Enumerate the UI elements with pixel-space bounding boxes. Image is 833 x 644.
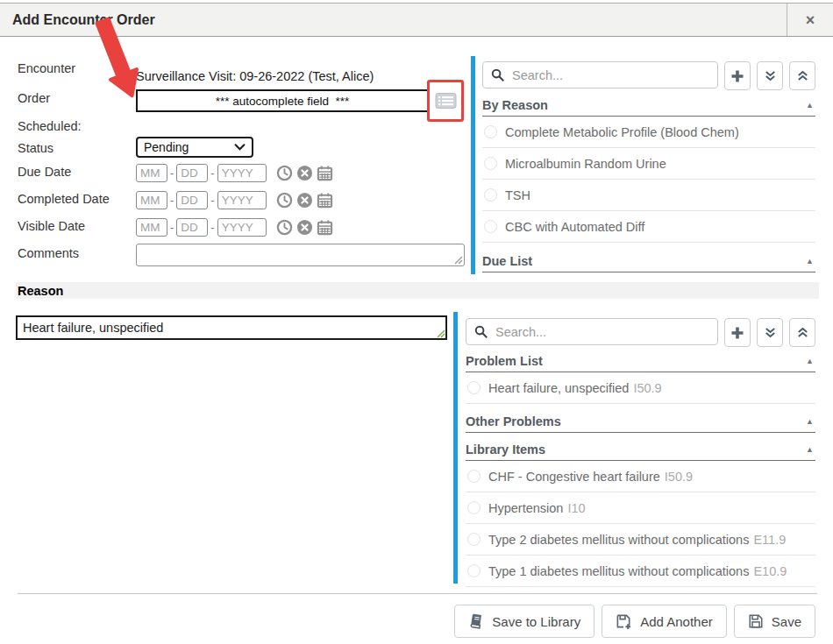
order-option[interactable]: TSH: [482, 180, 815, 211]
order-picker-button[interactable]: [427, 80, 464, 122]
radio-icon[interactable]: [484, 220, 497, 233]
order-option[interactable]: Microalbumin Random Urine: [482, 148, 815, 180]
save-to-library-button[interactable]: Save to Library: [454, 605, 594, 638]
clear-date-icon[interactable]: [296, 192, 313, 209]
clear-date-icon[interactable]: [296, 219, 313, 236]
due-date-row: - -: [136, 164, 333, 182]
orders-collapse-all-button[interactable]: [789, 61, 815, 90]
close-icon: ×: [806, 12, 815, 28]
add-encounter-order-dialog: Add Encounter Order × Encounter Order Sc…: [0, 0, 833, 644]
list-icon: [435, 92, 457, 110]
calendar-icon[interactable]: [317, 165, 333, 181]
section-header-library-items[interactable]: Library Items ▲: [466, 442, 815, 461]
orders-search-box: [482, 61, 718, 88]
save-icon: [748, 613, 764, 629]
radio-icon[interactable]: [467, 381, 481, 394]
due-date-label: Due Date: [18, 165, 71, 179]
date-separator: -: [170, 166, 174, 180]
order-option[interactable]: CBC with Automated Diff: [482, 211, 815, 243]
scheduled-label: Scheduled:: [18, 119, 82, 133]
calendar-icon[interactable]: [317, 219, 333, 236]
orders-expand-all-button[interactable]: [757, 61, 783, 90]
completed-date-label: Completed Date: [18, 192, 110, 206]
orders-search-input[interactable]: [510, 67, 709, 83]
problems-search-input[interactable]: [494, 324, 709, 340]
orders-panel-accent-bar: [471, 56, 475, 274]
section-header-by-reason[interactable]: By Reason ▲: [482, 98, 815, 117]
icd-code: I50.9: [665, 470, 693, 484]
section-header-due-list[interactable]: Due List ▲: [482, 254, 815, 272]
completed-date-month-input[interactable]: [136, 191, 167, 209]
section-header-other-problems[interactable]: Other Problems ▲: [466, 414, 815, 433]
radio-icon[interactable]: [467, 470, 481, 483]
problems-panel: Problem List ▲ Heart failure, unspecifie…: [466, 318, 815, 587]
search-icon: [474, 325, 488, 338]
book-icon: [467, 612, 485, 630]
clear-date-icon[interactable]: [296, 165, 313, 181]
visible-date-day-input[interactable]: [176, 218, 208, 237]
save-button[interactable]: Save: [734, 605, 815, 638]
clock-icon[interactable]: [276, 192, 293, 209]
radio-icon[interactable]: [484, 157, 497, 170]
library-item-option[interactable]: Hypertension I10: [466, 492, 815, 524]
radio-icon[interactable]: [467, 533, 481, 546]
date-separator: -: [210, 221, 214, 234]
section-title: Problem List: [466, 354, 543, 368]
library-item-option[interactable]: Type 2 diabetes mellitus without complic…: [466, 524, 815, 556]
problems-add-button[interactable]: [724, 318, 751, 347]
library-item-option[interactable]: CHF - Congestive heart failure I50.9: [466, 461, 815, 492]
status-selected-value: Pending: [144, 140, 189, 154]
collapse-caret-icon: ▲: [806, 417, 814, 426]
completed-date-year-input[interactable]: [217, 191, 267, 209]
library-item-label: CHF - Congestive heart failure: [488, 470, 660, 484]
completed-date-day-input[interactable]: [176, 191, 208, 209]
problems-search-box: [466, 318, 718, 345]
add-another-button[interactable]: Add Another: [602, 605, 727, 638]
due-date-year-input[interactable]: [217, 164, 267, 182]
visible-date-year-input[interactable]: [217, 218, 267, 237]
reason-input[interactable]: [16, 315, 447, 340]
radio-icon[interactable]: [467, 564, 481, 577]
problems-collapse-all-button[interactable]: [789, 318, 815, 347]
reason-section-title: Reason: [16, 284, 63, 298]
library-item-option[interactable]: Type 1 diabetes mellitus without complic…: [466, 556, 815, 587]
footer-actions: Save to Library Add Another Save: [454, 605, 815, 638]
close-button[interactable]: ×: [787, 4, 833, 36]
order-label: Order: [18, 91, 50, 105]
date-separator: -: [210, 166, 214, 180]
calendar-icon[interactable]: [317, 192, 333, 209]
section-header-problem-list[interactable]: Problem List ▲: [466, 354, 815, 372]
order-option-label: Complete Metabolic Profile (Blood Chem): [505, 125, 739, 139]
clock-icon[interactable]: [276, 165, 293, 181]
orders-add-button[interactable]: [724, 61, 751, 90]
visible-date-month-input[interactable]: [136, 218, 167, 237]
problems-panel-accent-bar: [453, 312, 458, 584]
section-title: Library Items: [466, 442, 545, 456]
order-autocomplete-input[interactable]: [136, 89, 429, 112]
visible-date-label: Visible Date: [18, 219, 85, 233]
comments-input[interactable]: [136, 244, 465, 266]
order-option-label: CBC with Automated Diff: [505, 220, 644, 234]
radio-icon[interactable]: [484, 188, 497, 202]
section-title: Due List: [482, 254, 532, 268]
status-select[interactable]: Pending: [136, 137, 253, 158]
order-option-label: Microalbumin Random Urine: [505, 157, 666, 171]
order-option[interactable]: Complete Metabolic Profile (Blood Chem): [482, 117, 815, 148]
problem-option[interactable]: Heart failure, unspecified I50.9: [466, 372, 815, 404]
comments-label: Comments: [18, 246, 79, 260]
icd-code: I50.9: [633, 381, 661, 395]
problems-expand-all-button[interactable]: [757, 318, 783, 347]
plus-icon: [730, 69, 744, 83]
due-date-day-input[interactable]: [176, 164, 208, 182]
radio-icon[interactable]: [467, 501, 481, 514]
footer-divider: [18, 593, 817, 594]
completed-date-row: - -: [136, 191, 333, 209]
clock-icon[interactable]: [276, 219, 293, 236]
date-separator: -: [170, 194, 174, 207]
radio-icon[interactable]: [484, 125, 497, 138]
collapse-caret-icon: ▲: [806, 445, 814, 454]
plus-icon: [730, 326, 744, 340]
save-label: Save: [772, 614, 801, 629]
add-another-label: Add Another: [640, 614, 713, 629]
due-date-month-input[interactable]: [136, 164, 167, 182]
